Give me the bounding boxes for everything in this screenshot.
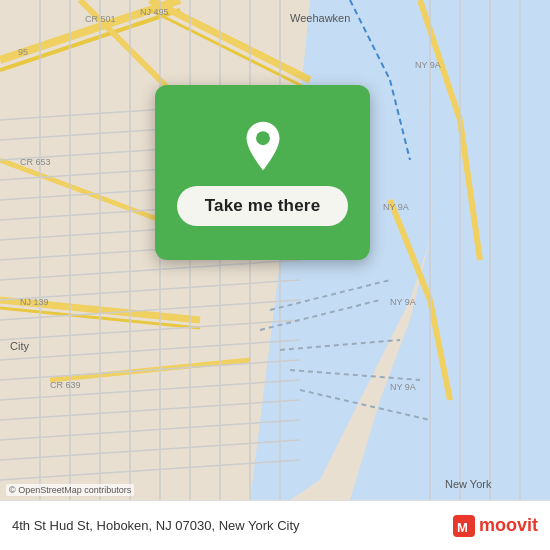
svg-text:NJ 139: NJ 139 (20, 297, 49, 307)
svg-text:CR 501: CR 501 (85, 14, 116, 24)
svg-text:95: 95 (18, 47, 28, 57)
svg-text:NY 9A: NY 9A (390, 297, 416, 307)
svg-text:NJ 495: NJ 495 (140, 7, 169, 17)
svg-point-69 (256, 131, 270, 145)
svg-text:NY 9A: NY 9A (390, 382, 416, 392)
svg-text:Weehawken: Weehawken (290, 12, 350, 24)
osm-attribution: © OpenStreetMap contributors (6, 484, 134, 496)
svg-text:CR 639: CR 639 (50, 380, 81, 390)
action-card: Take me there (155, 85, 370, 260)
location-pin-icon (237, 120, 289, 172)
svg-text:NY 9A: NY 9A (383, 202, 409, 212)
take-me-there-button[interactable]: Take me there (177, 186, 349, 226)
svg-text:M: M (457, 520, 468, 535)
svg-text:City: City (10, 340, 29, 352)
moovit-logo-icon: M (453, 515, 475, 537)
map-container: NJ 495 95 CR 501 CR 653 NJ 139 CR 639 NY… (0, 0, 550, 500)
moovit-logo-text: moovit (479, 515, 538, 536)
svg-text:New York: New York (445, 478, 492, 490)
svg-text:NY 9A: NY 9A (415, 60, 441, 70)
moovit-logo: M moovit (453, 515, 538, 537)
footer-bar: 4th St Hud St, Hoboken, NJ 07030, New Yo… (0, 500, 550, 550)
svg-text:CR 653: CR 653 (20, 157, 51, 167)
address-text: 4th St Hud St, Hoboken, NJ 07030, New Yo… (12, 518, 453, 533)
